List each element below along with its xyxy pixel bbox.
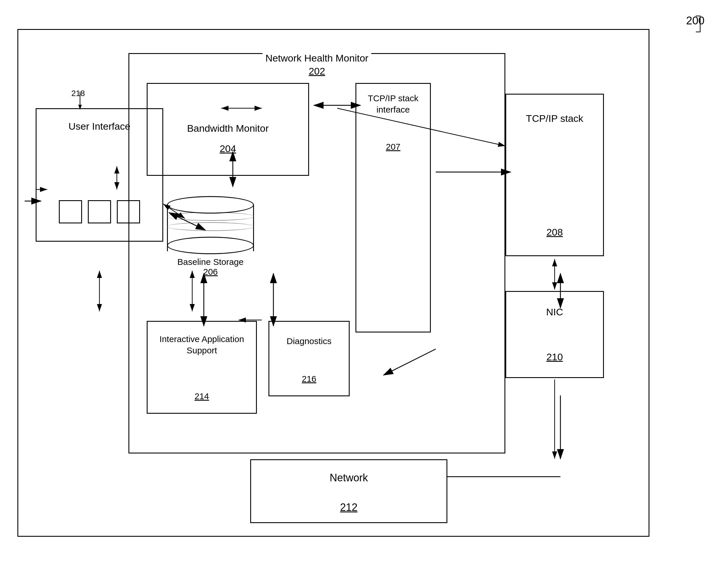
db-line2	[167, 222, 254, 231]
nhm-number: 202	[309, 66, 325, 77]
tcpip-stack-box: TCP/IP stack 208	[505, 94, 604, 256]
diag-box: Diagnostics 216	[268, 321, 350, 396]
ref-200-bracket	[678, 14, 702, 35]
tcpip-interface-label: TCP/IP stack interface	[361, 92, 425, 115]
ias-box: Interactive Application Support 214	[147, 321, 257, 414]
network-number: 212	[340, 501, 357, 514]
nic-label: NIC	[546, 307, 563, 318]
network-box: Network 212	[250, 459, 447, 523]
db-cylinder	[167, 196, 254, 254]
ias-label: Interactive Application Support	[153, 333, 251, 356]
outer-border: Network Health Monitor 202 Bandwidth Mon…	[17, 29, 649, 537]
ias-number: 214	[195, 391, 209, 401]
db-top-ellipse	[167, 196, 254, 213]
diag-label: Diagnostics	[286, 336, 331, 346]
bm-number: 204	[220, 143, 236, 154]
nic-number: 210	[547, 351, 563, 363]
baseline-number: 206	[167, 267, 254, 277]
ui-screen-1	[59, 200, 82, 223]
baseline-label: Baseline Storage	[167, 257, 254, 267]
ui-screen-3	[117, 200, 140, 223]
nic-box: NIC 210	[505, 291, 604, 378]
ui-screen-2	[88, 200, 111, 223]
network-label: Network	[330, 472, 368, 484]
svg-marker-1	[78, 105, 82, 110]
tcpip-interface-number: 207	[386, 142, 400, 152]
diag-number: 216	[302, 374, 316, 384]
nhm-box: Network Health Monitor 202 Bandwidth Mon…	[128, 53, 505, 454]
ui-label: User Interface	[68, 121, 130, 132]
baseline-storage-area: Baseline Storage 206	[167, 196, 254, 277]
ui-screens	[59, 200, 140, 223]
bm-label: Bandwidth Monitor	[187, 123, 269, 134]
nhm-label: Network Health Monitor	[262, 52, 371, 64]
bm-box: Bandwidth Monitor 204	[147, 83, 309, 176]
tcpip-stack-number: 208	[547, 226, 563, 238]
diagram-container: Network Health Monitor 202 Bandwidth Mon…	[12, 12, 713, 554]
ui-box: 218 User Interface	[36, 108, 163, 242]
tcpip-stack-label: TCP/IP stack	[514, 112, 595, 125]
ref-218-arrow	[74, 89, 103, 112]
tcpip-interface-box: TCP/IP stack interface 207	[355, 83, 431, 333]
